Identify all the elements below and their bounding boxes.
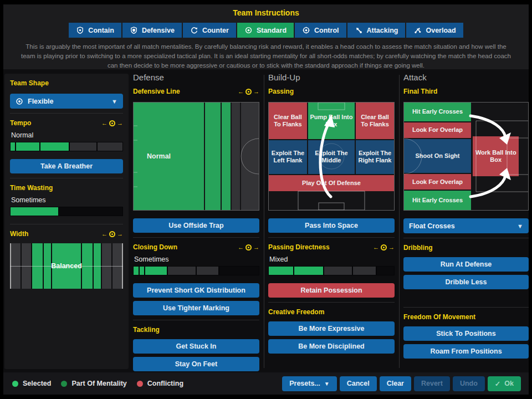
legend-conflicting: Conflicting: [137, 380, 183, 387]
time-wasting-heading: Time Wasting: [10, 184, 53, 192]
revert-button[interactable]: Revert: [414, 376, 450, 391]
get-stuck-in-button[interactable]: Get Stuck In: [133, 339, 259, 354]
use-tighter-marking-button[interactable]: Use Tighter Marking: [133, 301, 259, 315]
divider: [268, 237, 395, 238]
slider-handle-icon: [381, 244, 387, 250]
decrease-arrow-icon[interactable]: ←: [373, 244, 379, 250]
increase-arrow-icon[interactable]: →: [253, 89, 259, 95]
decrease-arrow-icon[interactable]: ←: [238, 89, 244, 95]
pass-into-space-button[interactable]: Pass Into Space: [268, 218, 395, 233]
run-at-defense-button[interactable]: Run At Defense: [403, 257, 529, 272]
creative-freedom-heading: Creative Freedom: [268, 308, 324, 316]
dribble-less-button[interactable]: Dribble Less: [403, 275, 529, 289]
be-more-disciplined-button[interactable]: Be More Disciplined: [268, 339, 395, 354]
standard-target-icon: [244, 26, 253, 34]
divider: [10, 113, 123, 114]
tab-control[interactable]: Control: [295, 23, 346, 38]
chevron-down-icon: ▼: [517, 223, 523, 229]
ok-button[interactable]: ✓ Ok: [488, 376, 521, 391]
tempo-value: Normal: [11, 131, 123, 139]
passing-directness-bar[interactable]: [268, 266, 395, 275]
attack-column: Attack Final Third Hit Early Crosses Loo…: [403, 69, 529, 362]
tab-attacking[interactable]: Attacking: [347, 23, 406, 38]
tempo-bar[interactable]: [10, 142, 123, 151]
increase-arrow-icon[interactable]: →: [253, 244, 259, 250]
pitch-markings: [404, 103, 528, 210]
defensive-shield-icon: [130, 26, 138, 34]
overload-arrows-icon: [413, 26, 422, 34]
divider: [10, 224, 123, 224]
pitch-markings: [134, 103, 259, 210]
decrease-arrow-icon[interactable]: ←: [101, 120, 108, 126]
tackling-heading: Tackling: [133, 326, 160, 334]
tab-counter[interactable]: Counter: [183, 23, 236, 38]
undo-button[interactable]: Undo: [453, 376, 485, 391]
decrease-arrow-icon[interactable]: ←: [238, 244, 244, 250]
team-shape-dropdown[interactable]: Flexible ▼: [10, 94, 123, 109]
freedom-of-movement-heading: Freedom Of Movement: [403, 313, 475, 321]
main-content: Team Shape Flexible ▼ Tempo ← → Normal T…: [3, 69, 529, 372]
dribbling-heading: Dribbling: [403, 244, 433, 252]
team-instructions-dialog: Team Instructions Contain Defensive Coun…: [0, 0, 532, 399]
closing-down-value: Sometimes: [134, 255, 259, 263]
general-settings-panel: Team Shape Flexible ▼ Tempo ← → Normal T…: [4, 74, 129, 369]
presets-button[interactable]: Presets... ▼: [282, 376, 337, 391]
increase-arrow-icon[interactable]: →: [117, 120, 123, 126]
width-heading: Width: [10, 230, 28, 238]
divider: [133, 320, 259, 320]
tab-standard[interactable]: Standard: [237, 23, 294, 38]
page-title: Team Instructions: [3, 4, 529, 17]
width-pitch-widget[interactable]: Balanced: [10, 243, 123, 289]
closing-down-adjuster[interactable]: ← →: [238, 244, 259, 250]
defensive-line-adjuster[interactable]: ← →: [238, 89, 259, 95]
mentality-tabs: Contain Defensive Counter Standard Contr…: [3, 23, 529, 38]
passing-directness-heading: Passing Directness: [268, 243, 330, 251]
mentality-description: This is arguably the most important of a…: [20, 42, 512, 70]
passing-directness-value: Mixed: [269, 255, 395, 263]
defense-title: Defense: [133, 73, 259, 82]
selected-dot-icon: [12, 381, 18, 387]
conflicting-dot-icon: [137, 381, 143, 387]
footer-buttons: Presets... ▼ Cancel Clear Revert Undo ✓ …: [282, 376, 529, 391]
width-value: Balanced: [10, 243, 123, 289]
slider-handle-icon: [245, 244, 252, 250]
crosses-dropdown[interactable]: Float Crosses ▼: [403, 218, 529, 233]
tab-defensive[interactable]: Defensive: [122, 23, 182, 38]
defensive-line-heading: Defensive Line: [133, 88, 180, 95]
build-up-column: Build-Up Passing Clear Ball To Flanks Pu…: [268, 69, 395, 357]
time-wasting-bar[interactable]: [10, 207, 123, 216]
decrease-arrow-icon[interactable]: ←: [101, 231, 108, 237]
closing-down-heading: Closing Down: [133, 243, 177, 251]
clear-button[interactable]: Clear: [380, 376, 411, 391]
use-offside-trap-button[interactable]: Use Offside Trap: [133, 218, 259, 233]
width-adjuster[interactable]: ← →: [101, 231, 123, 237]
take-a-breather-button[interactable]: Take A Breather: [10, 159, 123, 173]
stick-to-positions-button[interactable]: Stick To Positions: [403, 326, 529, 341]
roam-from-positions-button[interactable]: Roam From Positions: [403, 344, 529, 359]
slider-handle-icon: [245, 89, 252, 95]
closing-down-bar[interactable]: [133, 266, 259, 275]
increase-arrow-icon[interactable]: →: [388, 244, 395, 250]
tab-contain[interactable]: Contain: [69, 23, 121, 38]
increase-arrow-icon[interactable]: →: [117, 231, 123, 237]
cancel-button[interactable]: Cancel: [340, 376, 377, 391]
legend: Selected Part Of Mentality Conflicting: [3, 380, 183, 387]
control-target-icon: [302, 26, 310, 34]
divider: [403, 307, 529, 308]
chevron-down-icon: ▼: [111, 98, 117, 105]
final-third-pitch[interactable]: Hit Early Crosses Look For Overlap Shoot…: [403, 102, 529, 211]
prevent-short-gk-distribution-button[interactable]: Prevent Short GK Distribution: [133, 283, 259, 298]
tab-overload[interactable]: Overload: [406, 23, 463, 38]
tempo-heading: Tempo: [10, 119, 31, 127]
tempo-adjuster[interactable]: ← →: [101, 120, 123, 126]
defensive-line-pitch[interactable]: Normal: [133, 102, 259, 211]
final-third-heading: Final Third: [403, 88, 437, 95]
divider: [268, 302, 395, 303]
be-more-expressive-button[interactable]: Be More Expressive: [268, 321, 395, 336]
passing-directness-adjuster[interactable]: ← →: [373, 244, 395, 250]
retain-possession-button[interactable]: Retain Possession: [268, 283, 395, 298]
slider-handle-icon: [109, 120, 115, 126]
build-up-title: Build-Up: [268, 73, 395, 82]
passing-focus-pitch[interactable]: Clear Ball To Flanks Pump Ball Into Box …: [268, 102, 395, 211]
stay-on-feet-button[interactable]: Stay On Feet: [133, 357, 259, 371]
